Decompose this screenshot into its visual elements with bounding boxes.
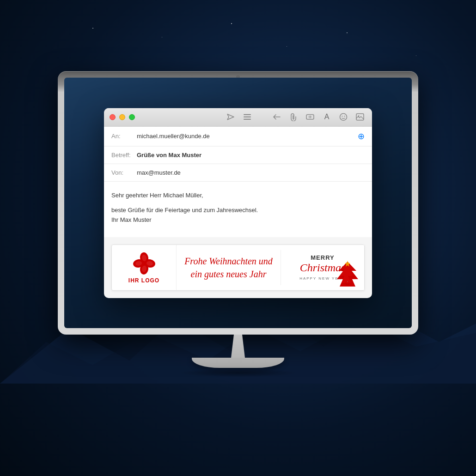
body-greeting: Sehr geehrter Herr Michael Müller, bbox=[111, 191, 365, 201]
back-icon[interactable] bbox=[270, 110, 283, 123]
send-icon[interactable] bbox=[224, 110, 237, 123]
maximize-button[interactable] bbox=[129, 114, 135, 120]
star bbox=[416, 55, 416, 56]
from-field-row: Von: max@muster.de bbox=[104, 164, 372, 182]
banner-christmas: MERRY Christmas bbox=[281, 245, 364, 290]
link-icon[interactable] bbox=[304, 110, 317, 123]
emoji-icon[interactable] bbox=[337, 110, 350, 123]
minimize-button[interactable] bbox=[119, 114, 125, 120]
to-label: An: bbox=[111, 133, 137, 140]
scene: A bbox=[0, 0, 476, 476]
merry-text: MERRY bbox=[311, 254, 334, 261]
list-icon[interactable] bbox=[241, 110, 254, 123]
svg-rect-3 bbox=[244, 116, 251, 117]
svg-point-8 bbox=[344, 116, 345, 117]
svg-point-6 bbox=[340, 114, 347, 121]
svg-rect-4 bbox=[244, 119, 251, 120]
from-label: Von: bbox=[111, 169, 137, 176]
to-field-row: An: michael.mueller@kunde.de ⊕ bbox=[104, 127, 372, 146]
body-line2: Ihr Max Muster bbox=[111, 215, 365, 225]
font-icon[interactable]: A bbox=[320, 110, 333, 123]
email-window: A bbox=[104, 108, 372, 298]
star bbox=[287, 46, 287, 47]
imac-wrapper: A bbox=[58, 71, 418, 377]
attach-icon[interactable] bbox=[287, 110, 300, 123]
star bbox=[347, 32, 348, 33]
banner-message: Frohe Weihnachten und ein gutes neues Ja… bbox=[177, 250, 281, 285]
imac-base bbox=[192, 358, 284, 368]
star bbox=[231, 23, 232, 24]
christmas-tree-icon bbox=[335, 261, 360, 288]
svg-rect-2 bbox=[244, 114, 251, 115]
svg-point-7 bbox=[342, 116, 343, 117]
svg-point-15 bbox=[142, 261, 146, 266]
logo-icon bbox=[132, 251, 156, 275]
imac-neck bbox=[224, 335, 252, 358]
imac-monitor: A bbox=[58, 71, 418, 335]
imac-screen: A bbox=[64, 78, 412, 328]
close-button[interactable] bbox=[110, 114, 116, 120]
title-bar: A bbox=[104, 108, 372, 127]
image-icon[interactable] bbox=[354, 110, 366, 123]
from-value: max@muster.de bbox=[137, 169, 181, 176]
to-value: michael.mueller@kunde.de bbox=[137, 133, 210, 140]
banner-message-text: Frohe Weihnachten und ein gutes neues Ja… bbox=[184, 255, 273, 281]
imac-base-shadow bbox=[178, 369, 298, 377]
subject-field-row: Betreff: Grüße von Max Muster bbox=[104, 146, 372, 164]
star bbox=[92, 28, 93, 29]
email-fields: An: michael.mueller@kunde.de ⊕ Betreff: … bbox=[104, 127, 372, 182]
star bbox=[162, 37, 162, 37]
email-body: Sehr geehrter Herr Michael Müller, beste… bbox=[104, 182, 372, 237]
banner-logo: IHR LOGO bbox=[112, 245, 177, 290]
email-banner: IHR LOGO Frohe Weihnachten und ein gutes… bbox=[111, 244, 365, 291]
add-recipient-button[interactable]: ⊕ bbox=[358, 131, 365, 141]
body-line1: beste Grüße für die Feiertage und zum Ja… bbox=[111, 206, 365, 215]
subject-label: Betreff: bbox=[111, 152, 137, 159]
logo-text: IHR LOGO bbox=[128, 277, 159, 284]
subject-value: Grüße von Max Muster bbox=[137, 152, 201, 159]
